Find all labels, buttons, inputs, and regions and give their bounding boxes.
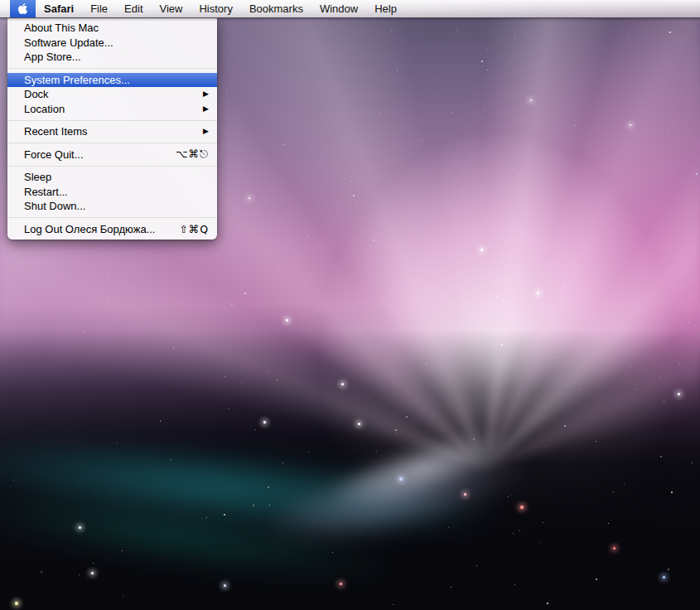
submenu-arrow-icon: ▶ — [203, 128, 209, 135]
menu-item-dock[interactable]: Dock▶ — [7, 87, 217, 102]
menubar-item-file[interactable]: File — [82, 0, 116, 17]
menu-item-label: Software Update... — [24, 36, 209, 49]
menubar-item-help[interactable]: Help — [366, 0, 405, 17]
menu-item-shortcut: ⇧⌘Q — [179, 223, 209, 235]
submenu-arrow-icon: ▶ — [203, 90, 209, 98]
menu-item-label: Sleep — [24, 171, 209, 183]
menu-separator — [7, 162, 217, 170]
apple-menu-button[interactable] — [10, 0, 36, 17]
menu-item-label: About This Mac — [24, 22, 209, 34]
menu-item-label: App Store... — [24, 51, 209, 63]
menu-item-label: System Preferences... — [24, 74, 209, 86]
menu-item-recent-items[interactable]: Recent Items▶ — [7, 124, 217, 139]
submenu-arrow-icon: ▶ — [203, 105, 209, 113]
menu-item-label: Dock — [24, 88, 203, 100]
menubar-item-bookmarks[interactable]: Bookmarks — [241, 0, 311, 17]
menubar-item-edit[interactable]: Edit — [116, 0, 151, 17]
menu-bar-items: SafariFileEditViewHistoryBookmarksWindow… — [36, 0, 405, 17]
menubar-item-safari[interactable]: Safari — [36, 0, 82, 17]
menu-item-restart[interactable]: Restart... — [7, 185, 217, 200]
menu-item-label: Log Out Олеся Бордюжа... — [24, 223, 179, 235]
menu-item-shortcut: ⌥⌘⎋ — [176, 148, 209, 161]
menu-item-label: Force Quit... — [24, 148, 176, 161]
menu-item-label: Restart... — [24, 186, 209, 198]
menubar-item-window[interactable]: Window — [311, 0, 366, 17]
menu-item-label: Location — [24, 103, 203, 115]
apple-menu-dropdown: About This MacSoftware Update...App Stor… — [7, 17, 217, 240]
menu-item-label: Recent Items — [24, 125, 203, 138]
menu-bar: SafariFileEditViewHistoryBookmarksWindow… — [0, 0, 700, 18]
menu-item-about-this-mac[interactable]: About This Mac — [7, 21, 217, 36]
apple-logo-icon — [17, 2, 28, 15]
menu-separator — [7, 116, 217, 124]
menu-item-shut-down[interactable]: Shut Down... — [7, 199, 217, 214]
menu-item-sleep[interactable]: Sleep — [7, 170, 217, 185]
menu-item-system-preferences[interactable]: System Preferences... — [7, 73, 217, 88]
menubar-item-history[interactable]: History — [191, 0, 240, 17]
menu-separator — [7, 139, 217, 148]
menu-item-software-update[interactable]: Software Update... — [7, 36, 217, 51]
menu-item-label: Shut Down... — [24, 200, 209, 212]
menu-item-app-store[interactable]: App Store... — [7, 50, 217, 65]
menu-separator — [7, 65, 217, 73]
menu-item-log-out[interactable]: Log Out Олеся Бордюжа...⇧⌘Q — [7, 222, 217, 237]
menubar-item-view[interactable]: View — [152, 0, 191, 17]
menu-item-location[interactable]: Location▶ — [7, 102, 217, 117]
menu-separator — [7, 214, 217, 222]
menu-item-force-quit[interactable]: Force Quit...⌥⌘⎋ — [7, 148, 217, 162]
